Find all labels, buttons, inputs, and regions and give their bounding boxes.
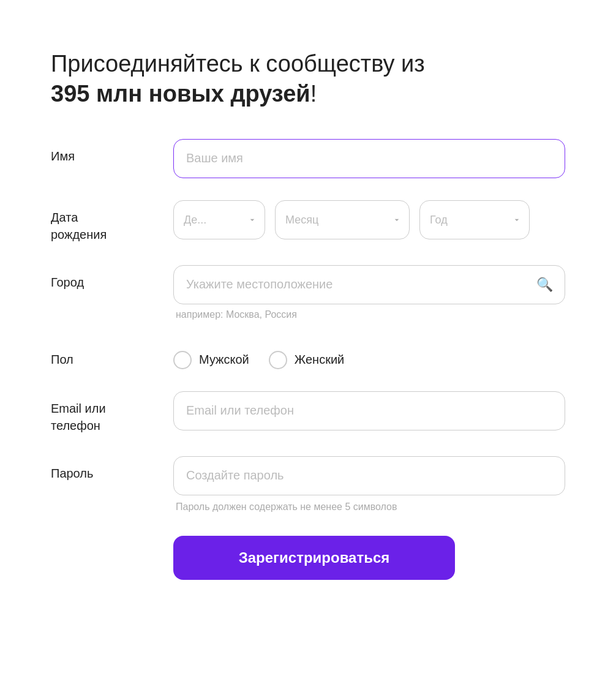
gender-male-label: Мужской [199,353,249,367]
password-hint: Пароль должен содержать не менее 5 симво… [173,500,565,514]
email-field [173,391,565,430]
city-field: 🔍 например: Москва, Россия [173,265,565,320]
city-row: Город 🔍 например: Москва, Россия [51,265,565,320]
gender-row: Пол Мужской Женский [51,342,565,369]
name-label: Имя [51,139,173,165]
city-input-wrapper: 🔍 [173,265,565,304]
gender-field: Мужской Женский [173,342,565,369]
birthdate-selects: Де... Месяц Год [173,200,565,239]
email-input[interactable] [173,391,565,430]
password-input[interactable] [173,456,565,495]
password-field: Пароль должен содержать не менее 5 симво… [173,456,565,514]
gender-male-option[interactable]: Мужской [173,351,249,369]
gender-female-label: Женский [295,353,344,367]
gender-options: Мужской Женский [173,342,565,369]
name-field [173,139,565,178]
gender-male-radio[interactable] [173,351,192,369]
email-row: Email или телефон [51,391,565,434]
headline-bold: 395 млн новых друзей [51,81,310,107]
city-hint: например: Москва, Россия [173,309,565,320]
headline-line1: Присоединяйтесь к сообществу из [51,51,425,77]
headline: Присоединяйтесь к сообществу из 395 млн … [51,49,565,110]
password-row: Пароль Пароль должен содержать не менее … [51,456,565,514]
gender-female-option[interactable]: Женский [269,351,344,369]
registration-form: Присоединяйтесь к сообществу из 395 млн … [14,24,602,604]
password-label: Пароль [51,456,173,482]
birthdate-field: Де... Месяц Год [173,200,565,239]
birthdate-label: Дата рождения [51,200,173,243]
city-input[interactable] [173,265,565,304]
name-input[interactable] [173,139,565,178]
month-select[interactable]: Месяц [275,200,410,239]
day-select[interactable]: Де... [173,200,265,239]
gender-female-radio[interactable] [269,351,287,369]
year-select[interactable]: Год [419,200,530,239]
name-row: Имя [51,139,565,178]
city-label: Город [51,265,173,291]
birthdate-row: Дата рождения Де... Месяц Год [51,200,565,243]
email-label: Email или телефон [51,391,173,434]
submit-button[interactable]: Зарегистрироваться [173,536,455,580]
gender-label: Пол [51,342,173,368]
